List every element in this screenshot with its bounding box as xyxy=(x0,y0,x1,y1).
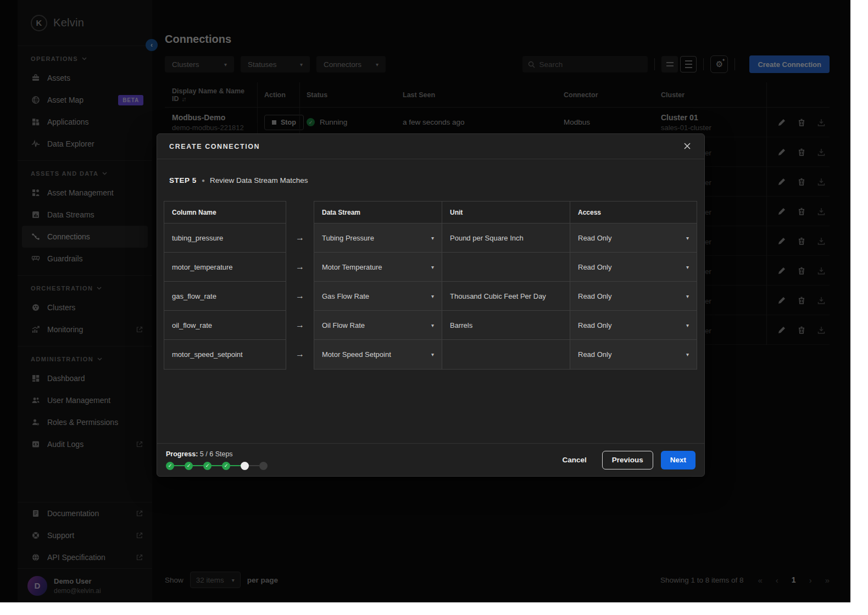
caret-down-icon: ▾ xyxy=(431,322,434,328)
close-icon[interactable] xyxy=(683,142,692,151)
unit-value: Pound per Square Inch xyxy=(442,223,570,253)
caret-down-icon: ▾ xyxy=(686,264,689,270)
arrow-right-icon: → xyxy=(286,339,314,368)
progress-label: Progress: 5 / 6 Steps xyxy=(166,450,268,458)
access-select[interactable]: Read Only▾ xyxy=(570,223,697,253)
caret-down-icon: ▾ xyxy=(686,322,689,328)
mapping-table: Column Name tubing_pressure motor_temper… xyxy=(164,201,697,370)
caret-down-icon: ▾ xyxy=(431,235,434,241)
step-done-icon: ✓ xyxy=(222,462,230,470)
source-column: motor_speed_setpoint xyxy=(164,340,286,369)
access-select[interactable]: Read Only▾ xyxy=(570,311,697,340)
step-title: Review Data Stream Matches xyxy=(210,176,308,185)
app-window: K Kelvin OPERATIONS Assets Asset Map BET… xyxy=(0,0,850,602)
modal-title: CREATE CONNECTION xyxy=(169,143,260,150)
mapping-arrows: → → → → → xyxy=(286,201,314,370)
data-stream-select[interactable]: Oil Flow Rate▾ xyxy=(314,311,442,340)
data-stream-select[interactable]: Motor Temperature▾ xyxy=(314,253,442,282)
cancel-button[interactable]: Cancel xyxy=(562,456,586,464)
bullet-separator: ● xyxy=(202,177,205,183)
data-stream-select[interactable]: Motor Speed Setpoint▾ xyxy=(314,340,442,369)
data-stream-header: Data Stream xyxy=(314,202,442,223)
unit-header: Unit xyxy=(442,202,570,223)
step-done-icon: ✓ xyxy=(185,462,193,470)
progress-steps: ✓ ✓ ✓ ✓ xyxy=(166,462,268,470)
page: K Kelvin OPERATIONS Assets Asset Map BET… xyxy=(0,0,868,615)
modal-footer: Progress: 5 / 6 Steps ✓ ✓ ✓ ✓ Cancel Pre… xyxy=(157,443,704,476)
progress-block: Progress: 5 / 6 Steps ✓ ✓ ✓ ✓ xyxy=(166,450,268,470)
modal-step-header: STEP 5 ● Review Data Stream Matches xyxy=(157,159,704,185)
step-done-icon: ✓ xyxy=(203,462,212,470)
next-button[interactable]: Next xyxy=(661,451,695,469)
column-name-table: Column Name tubing_pressure motor_temper… xyxy=(164,201,286,370)
source-column: oil_flow_rate xyxy=(164,311,286,340)
source-column: tubing_pressure xyxy=(164,223,286,253)
arrow-right-icon: → xyxy=(286,252,314,281)
caret-down-icon: ▾ xyxy=(431,351,434,357)
source-column: gas_flow_rate xyxy=(164,282,286,311)
access-select[interactable]: Read Only▾ xyxy=(570,253,697,282)
unit-value xyxy=(442,340,570,369)
data-stream-select[interactable]: Gas Flow Rate▾ xyxy=(314,282,442,311)
arrow-right-icon: → xyxy=(286,310,314,339)
step-todo-icon xyxy=(259,462,268,470)
access-select[interactable]: Read Only▾ xyxy=(570,340,697,369)
arrow-right-icon: → xyxy=(286,223,314,252)
step-number: STEP 5 xyxy=(169,176,197,185)
caret-down-icon: ▾ xyxy=(686,351,689,357)
caret-down-icon: ▾ xyxy=(431,293,434,299)
caret-down-icon: ▾ xyxy=(686,235,689,241)
modal-actions: Cancel Previous Next xyxy=(562,451,695,469)
previous-button[interactable]: Previous xyxy=(602,451,653,469)
step-done-icon: ✓ xyxy=(166,462,174,470)
modal-header: CREATE CONNECTION xyxy=(157,134,704,159)
caret-down-icon: ▾ xyxy=(431,264,434,270)
data-stream-select[interactable]: Tubing Pressure▾ xyxy=(314,223,442,253)
arrow-right-icon: → xyxy=(286,281,314,310)
create-connection-modal: CREATE CONNECTION STEP 5 ● Review Data S… xyxy=(157,133,705,477)
caret-down-icon: ▾ xyxy=(686,293,689,299)
step-current-icon xyxy=(241,462,249,470)
unit-value: Barrels xyxy=(442,311,570,340)
access-select[interactable]: Read Only▾ xyxy=(570,282,697,311)
unit-value xyxy=(442,253,570,282)
source-column: motor_temperature xyxy=(164,253,286,282)
match-table: Data Stream Unit Access Tubing Pressure▾… xyxy=(314,201,697,370)
access-header: Access xyxy=(570,202,697,223)
column-name-header: Column Name xyxy=(164,202,286,223)
unit-value: Thousand Cubic Feet Per Day xyxy=(442,282,570,311)
